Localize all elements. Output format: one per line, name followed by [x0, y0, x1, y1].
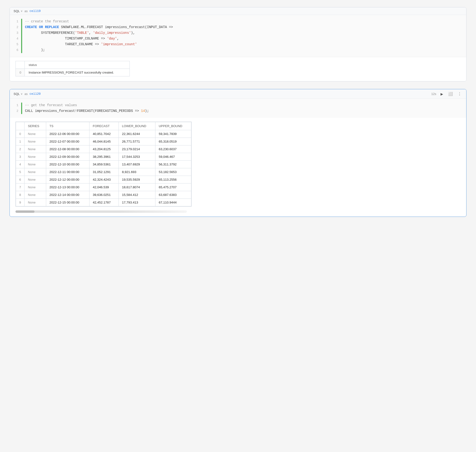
- row-forecast: 40,851.7042: [89, 130, 119, 138]
- data-table-row: 0None2022-12-06 00:00:0040,851.704222,36…: [16, 130, 191, 138]
- row-upper: 63,687.6383: [155, 191, 191, 199]
- row-forecast: 34,859.5361: [89, 161, 119, 168]
- row-ts: 2022-12-08 00:00:00: [46, 146, 89, 153]
- line-bar-2: [21, 25, 22, 30]
- row-upper: 56,311.3792: [155, 161, 191, 168]
- line-content-1: -- create the forecast: [25, 19, 466, 25]
- line-num-4: 4: [10, 36, 21, 41]
- row-upper: 67,110.9444: [155, 199, 191, 206]
- row-forecast: 42,324.4243: [89, 176, 119, 184]
- row-series: None: [25, 168, 46, 176]
- data-table-row: 7None2022-12-13 00:00:0042,046.53918,617…: [16, 184, 191, 191]
- row-ts: 2022-12-07 00:00:00: [46, 138, 89, 146]
- row-idx: 1: [16, 138, 25, 146]
- row-forecast: 38,295.3961: [89, 153, 119, 161]
- cell-20-header: SQL ∨ as cell20 12s ▶ ⬜ ⋮: [10, 89, 466, 99]
- line-bar-6: [21, 47, 22, 53]
- line-num-20-2: 2: [10, 108, 21, 114]
- row-series: None: [25, 176, 46, 184]
- result-row-0-status: Instance IMPRESSIONS_FORECAST successful…: [25, 69, 130, 76]
- col-upper-header: UPPER_BOUND: [155, 122, 191, 130]
- data-table-row: 3None2022-12-09 00:00:0038,295.396117,54…: [16, 153, 191, 161]
- col-ts-header: TS: [46, 122, 89, 130]
- code-line-5: 5 TARGET_COLNAME => 'impression_count': [10, 42, 466, 47]
- line-num-20-1: 1: [10, 103, 21, 108]
- code-line-2: 2 CREATE OR REPLACE SNOWFLAKE.ML.FORECAS…: [10, 25, 466, 30]
- row-idx: 5: [16, 168, 25, 176]
- row-lower: 18,617.8074: [119, 184, 155, 191]
- data-table-row: 8None2022-12-14 00:00:0039,636.025115,58…: [16, 191, 191, 199]
- line-num-2: 2: [10, 25, 21, 30]
- data-table-row: 1None2022-12-07 00:00:0046,044.814526,77…: [16, 138, 191, 146]
- row-ts: 2022-12-11 00:00:00: [46, 168, 89, 176]
- row-idx: 6: [16, 176, 25, 184]
- line-bar-5: [21, 42, 22, 47]
- cell-19-name: cell19: [30, 9, 41, 13]
- row-series: None: [25, 146, 46, 153]
- cell-19-type: SQL: [13, 9, 20, 13]
- table-scrollbar[interactable]: [15, 210, 187, 213]
- cell-20-header-right: 12s ▶ ⬜ ⋮: [431, 91, 463, 97]
- row-series: None: [25, 153, 46, 161]
- cell-19-as-label: as: [24, 9, 29, 13]
- code-line-6: 6 );: [10, 47, 466, 53]
- row-lower: 19,535.5929: [119, 176, 155, 184]
- row-forecast: 39,636.0251: [89, 191, 119, 199]
- row-lower: 13,407.6929: [119, 161, 155, 168]
- row-series: None: [25, 161, 46, 168]
- row-lower: 8,921.693: [119, 168, 155, 176]
- row-upper: 65,318.0519: [155, 138, 191, 146]
- cell-19-code: 1 -- create the forecast 2 CREATE OR REP…: [10, 15, 466, 57]
- line-num-1: 1: [10, 19, 21, 24]
- result-col-status: status: [25, 61, 130, 69]
- line-content-2: CREATE OR REPLACE SNOWFLAKE.ML.FORECAST …: [25, 25, 466, 30]
- table-scrollbar-thumb[interactable]: [15, 210, 34, 213]
- cell-20: SQL ∨ as cell20 12s ▶ ⬜ ⋮ 1 -- get the f…: [10, 89, 466, 217]
- line-content-3: SYSTEM$REFERENCE('TABLE', 'daily_impress…: [25, 30, 466, 36]
- row-forecast: 46,044.8145: [89, 138, 119, 146]
- line-bar-20-2: [21, 108, 22, 114]
- row-lower: 23,179.0214: [119, 146, 155, 153]
- row-ts: 2022-12-12 00:00:00: [46, 176, 89, 184]
- row-ts: 2022-12-15 00:00:00: [46, 199, 89, 206]
- line-content-5: TARGET_COLNAME => 'impression_count': [25, 42, 466, 47]
- row-upper: 59,046.467: [155, 153, 191, 161]
- cell-20-more-button[interactable]: ⋮: [457, 91, 463, 97]
- row-series: None: [25, 184, 46, 191]
- line-content-6: );: [25, 47, 466, 53]
- row-lower: 15,584.412: [119, 191, 155, 199]
- cell-20-dropdown-icon[interactable]: ∨: [21, 92, 23, 95]
- code-line-20-1: 1 -- get the forecast values: [10, 103, 466, 108]
- cell-19-result: status 0 Instance IMPRESSIONS_FORECAST s…: [10, 57, 466, 81]
- row-upper: 59,341.7839: [155, 130, 191, 138]
- cell-20-data-table-wrap: SERIES TS FORECAST LOWER_BOUND UPPER_BOU…: [15, 122, 192, 206]
- cell-19-code-lines: 1 -- create the forecast 2 CREATE OR REP…: [10, 19, 466, 53]
- line-num-6: 6: [10, 48, 21, 53]
- cell-20-code: 1 -- get the forecast values 2 CALL impr…: [10, 99, 466, 118]
- col-lower-header: LOWER_BOUND: [119, 122, 155, 130]
- cell-19-dropdown-icon[interactable]: ∨: [21, 10, 23, 13]
- row-idx: 3: [16, 153, 25, 161]
- line-bar-1: [21, 19, 22, 25]
- cell-20-screen-button[interactable]: ⬜: [447, 91, 454, 97]
- row-lower: 17,544.3253: [119, 153, 155, 161]
- cell-20-type: SQL: [13, 92, 20, 96]
- row-series: None: [25, 199, 46, 206]
- result-table-19: status 0 Instance IMPRESSIONS_FORECAST s…: [15, 61, 130, 76]
- cell-19: SQL ∨ as cell19 1 -- create the forecast…: [10, 7, 466, 81]
- row-ts: 2022-12-06 00:00:00: [46, 130, 89, 138]
- cell-20-header-left: SQL ∨ as cell20: [13, 92, 41, 96]
- cell-20-code-lines: 1 -- get the forecast values 2 CALL impr…: [10, 103, 466, 114]
- line-content-20-1: -- get the forecast values: [25, 103, 466, 108]
- row-upper: 63,230.6037: [155, 146, 191, 153]
- line-bar-4: [21, 36, 22, 42]
- row-idx: 8: [16, 191, 25, 199]
- cell-20-name: cell20: [30, 92, 41, 96]
- row-idx: 9: [16, 199, 25, 206]
- line-bar-3: [21, 30, 22, 36]
- code-line-1: 1 -- create the forecast: [10, 19, 466, 25]
- row-ts: 2022-12-09 00:00:00: [46, 153, 89, 161]
- cell-20-run-button[interactable]: ▶: [439, 91, 444, 97]
- cell-19-header-left: SQL ∨ as cell19: [13, 9, 41, 13]
- row-lower: 17,793.413: [119, 199, 155, 206]
